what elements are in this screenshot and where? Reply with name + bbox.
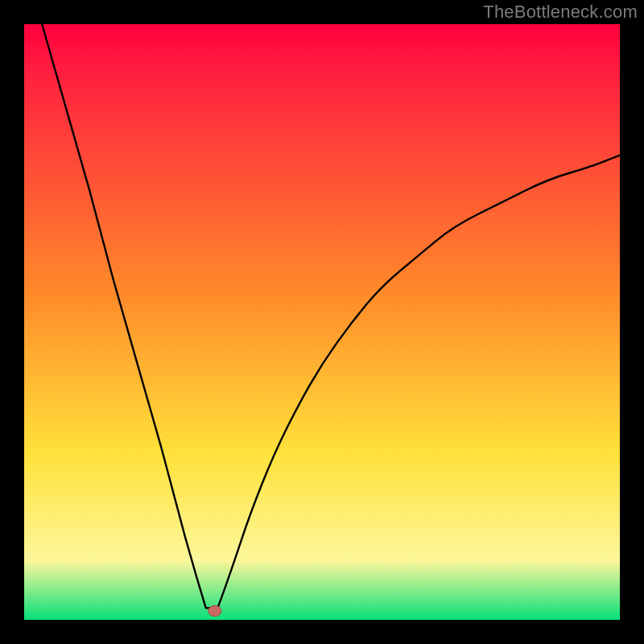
bottleneck-chart [0,0,644,644]
plot-background [24,24,620,620]
chart-frame: TheBottleneck.com [0,0,644,644]
minimum-marker [208,605,221,616]
